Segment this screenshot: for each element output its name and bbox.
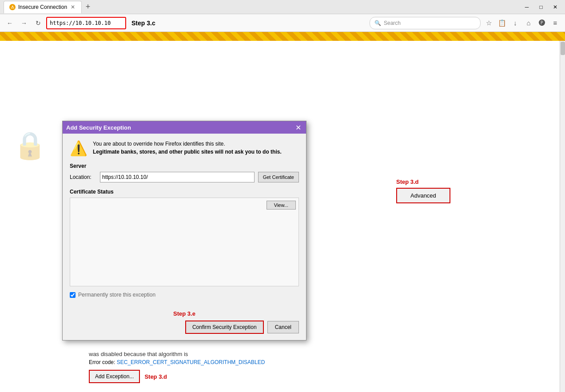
modal-title: Add Security Exception [66,124,294,131]
reload-button[interactable]: ↻ [32,17,44,29]
permanently-store-checkbox[interactable] [70,292,76,298]
tab-title: Insecure Connection [18,4,67,10]
back-button[interactable]: ← [4,17,16,29]
permanently-store-row: Permanently store this exception [70,292,299,298]
modal-close-button[interactable]: ✕ [294,123,302,132]
error-code-link[interactable]: SEC_ERROR_CERT_SIGNATURE_ALGORITHM_DISAB… [117,359,265,365]
add-exception-area: Add Exception... Step 3.d [89,370,167,383]
warning-triangle-icon: ⚠️ [70,140,88,157]
pocket-button[interactable]: 🅟 [536,17,548,29]
lock-icon-area: 🔒 [13,130,47,161]
minimize-button[interactable]: ─ [521,3,533,12]
page-bottom-content: was disabled because that algorithm is E… [89,351,355,365]
home-button[interactable]: ⌂ [522,17,535,29]
confirm-security-exception-button[interactable]: Confirm Security Exception [186,321,263,333]
window-controls: ─ □ ✕ [521,3,561,12]
warning-stripe [0,32,565,41]
warning-line1: You are about to override how Firefox id… [93,140,282,148]
tab-warning-icon: ⚠ [9,4,16,10]
was-disabled-text: was disabled because that algorithm is [89,351,355,357]
new-tab-button[interactable]: + [82,1,94,13]
url-text: https://10.10.10.10 [50,20,111,26]
download-button[interactable]: ↓ [509,17,521,29]
navigation-bar: ← → ↻ https://10.10.10.10 Step 3.c 🔍 Sea… [0,14,565,32]
url-bar[interactable]: https://10.10.10.10 [46,17,126,29]
forward-button[interactable]: → [18,17,30,29]
confirm-btn-wrapper: Confirm Security Exception [185,321,264,334]
advanced-button[interactable]: Advanced [397,189,450,202]
browser-window: ⚠ Insecure Connection ✕ + ─ □ ✕ ← → ↻ ht… [0,0,565,392]
view-button[interactable]: View... [267,201,296,210]
browser-tab[interactable]: ⚠ Insecure Connection ✕ [4,1,82,13]
add-security-exception-dialog: Add Security Exception ✕ ⚠️ You are abou… [62,121,306,341]
scrollbar[interactable] [560,41,565,392]
search-icon: 🔍 [374,20,381,26]
search-placeholder: Search [384,20,401,26]
location-label: Location: [70,174,96,180]
certificate-status-area: View... [70,198,299,286]
warning-line2: Legitimate banks, stores, and other publ… [93,148,282,156]
server-label: Server [70,163,299,169]
bookmark-button[interactable]: ☆ [482,17,495,29]
warning-section: ⚠️ You are about to override how Firefox… [70,140,299,157]
get-certificate-button[interactable]: Get Certificate [258,172,299,182]
error-code-line: Error code: SEC_ERROR_CERT_SIGNATURE_ALG… [89,359,355,365]
search-bar[interactable]: 🔍 Search [370,17,481,29]
cancel-button[interactable]: Cancel [267,321,299,333]
location-row: Location: Get Certificate [70,172,299,182]
modal-body: ⚠️ You are about to override how Firefox… [63,134,306,310]
advanced-btn-wrapper: Advanced [396,188,450,203]
add-exception-button[interactable]: Add Exception... [90,371,139,382]
title-bar: ⚠ Insecure Connection ✕ + ─ □ ✕ [0,0,565,14]
menu-button[interactable]: ≡ [549,17,561,29]
error-code-prefix: Error code: [89,359,115,365]
step-3d-small-label: Step 3.d [144,373,167,380]
step-3d-label: Step 3.d [396,178,538,185]
add-exception-btn-wrapper: Add Exception... [89,370,140,383]
permanently-store-label: Permanently store this exception [78,292,155,298]
warning-text: You are about to override how Firefox id… [93,140,282,156]
tab-close-button[interactable]: ✕ [70,4,76,10]
clipboard-button[interactable]: 📋 [496,17,508,29]
lock-icon: 🔒 [13,130,47,161]
step-3e-label: Step 3.e [70,310,299,317]
nav-icons-group: ☆ 📋 ↓ ⌂ 🅟 ≡ [482,17,561,29]
page-right-content: Step 3.d Advanced [396,178,538,203]
step-3c-label: Step 3.c [131,20,368,27]
modal-title-bar: Add Security Exception ✕ [63,121,306,134]
location-input[interactable] [100,172,255,182]
scrollbar-thumb[interactable] [561,42,565,55]
window-close-button[interactable]: ✕ [549,3,561,12]
cert-status-label: Certificate Status [70,189,299,195]
maximize-button[interactable]: □ [535,3,547,12]
modal-footer: Confirm Security Exception Cancel [63,321,306,340]
main-content: 🔒 Step 3.d Advanced was disabled because… [0,41,565,392]
